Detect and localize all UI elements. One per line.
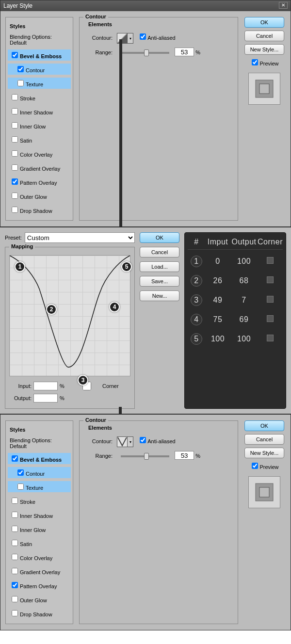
range-input[interactable] — [175, 48, 194, 56]
preview-checkbox[interactable] — [252, 59, 258, 65]
ok2-button[interactable]: OK — [244, 420, 284, 431]
svg-rect-3 — [259, 487, 269, 497]
output-field[interactable] — [33, 394, 58, 402]
points-data-table: # Imput Output Corner 10100 22668 3497 4… — [184, 232, 286, 409]
cancel-button[interactable]: Cancel — [244, 31, 284, 41]
style-inner-glow: Inner Glow — [8, 120, 71, 131]
antialiased2-checkbox[interactable] — [140, 437, 146, 443]
preset-select[interactable]: Custom — [25, 232, 135, 243]
editor-load-button[interactable]: Load... — [140, 261, 179, 272]
range2-input[interactable] — [175, 451, 194, 460]
style-color-overlay: Color Overlay — [8, 148, 71, 159]
contour-picker2-chevron-icon[interactable]: ▾ — [128, 436, 133, 447]
cancel2-button[interactable]: Cancel — [244, 434, 284, 445]
style-pattern-overlay: Pattern Overlay — [8, 176, 71, 187]
editor-save-button[interactable]: Save... — [140, 276, 179, 287]
style-texture: Texture — [8, 78, 71, 89]
close-icon[interactable]: ✕ — [279, 2, 288, 9]
point-1-marker[interactable]: 1 — [15, 261, 25, 272]
preview-thumbnail — [248, 73, 280, 105]
style-drop-shadow: Drop Shadow — [8, 204, 71, 215]
new-style-button[interactable]: New Style... — [244, 44, 284, 55]
style-stroke: Stroke — [8, 92, 71, 103]
styles-list2: Styles Blending Options: Default Bevel &… — [5, 420, 73, 624]
preview2-thumbnail — [248, 476, 280, 508]
style-outer-glow: Outer Glow — [8, 190, 71, 201]
style-inner-shadow: Inner Shadow — [8, 106, 71, 117]
range2-slider[interactable] — [121, 455, 169, 457]
blending-header[interactable]: Blending Options: Default — [8, 33, 71, 47]
range-slider[interactable] — [121, 52, 169, 54]
contour-picker-chevron-icon[interactable]: ▾ — [128, 33, 133, 44]
editor-cancel-button[interactable]: Cancel — [140, 247, 179, 258]
input-field[interactable] — [33, 382, 58, 390]
newstyle2-button[interactable]: New Style... — [244, 448, 284, 458]
styles-list: Styles Blending Options: Default Bevel &… — [5, 17, 73, 221]
contour-swatch[interactable] — [117, 33, 128, 44]
point-2-marker[interactable]: 2 — [46, 304, 57, 315]
antialiased-checkbox[interactable] — [140, 33, 146, 40]
svg-rect-1 — [259, 84, 269, 94]
contour-swatch-result[interactable] — [117, 436, 128, 447]
ok-button[interactable]: OK — [244, 17, 284, 28]
style-contour: Contour — [8, 64, 71, 75]
editor-ok-button[interactable]: OK — [140, 232, 179, 243]
styles-header: Styles — [8, 22, 71, 30]
mapping-graph[interactable]: 1 2 3 4 5 — [9, 255, 130, 376]
point-4-marker[interactable]: 4 — [109, 302, 120, 312]
editor-new-button[interactable]: New... — [140, 290, 179, 301]
style-bevel: Bevel & Emboss — [8, 49, 71, 61]
point-3-marker[interactable]: 3 — [78, 375, 88, 386]
contour-fieldset: Contour Elements Contour: ▾ Anti-aliased… — [79, 17, 238, 221]
preview2-checkbox[interactable] — [252, 463, 258, 469]
dialog-title: Layer Style — [3, 0, 32, 11]
preset-label: Preset: — [5, 235, 22, 241]
point-5-marker[interactable]: 5 — [121, 261, 132, 272]
style-satin: Satin — [8, 134, 71, 145]
style-gradient-overlay: Gradient Overlay — [8, 162, 71, 173]
